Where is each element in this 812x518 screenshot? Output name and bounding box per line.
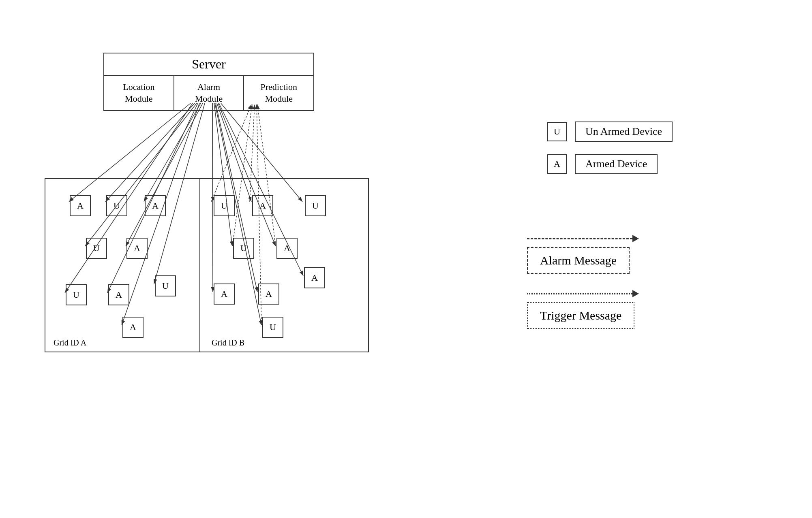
device-Ub1: U xyxy=(214,195,235,216)
legend-u-device: U xyxy=(547,122,567,141)
device-U3: U xyxy=(66,284,87,305)
trigger-line xyxy=(527,293,632,294)
device-Ab3: A xyxy=(214,284,235,305)
device-Ub4: U xyxy=(262,317,283,338)
grid-outer: Grid ID A Grid ID B A U A U A U A U A U … xyxy=(45,178,369,352)
device-Ab2: A xyxy=(276,238,298,259)
alarm-message-item: Alarm Message xyxy=(527,235,639,274)
device-Ab5: A xyxy=(304,267,325,288)
legend-a-device: A xyxy=(547,154,567,174)
device-U1: U xyxy=(106,195,127,216)
trigger-arrowhead xyxy=(632,290,639,297)
grid-divider xyxy=(199,179,200,352)
legend-area: U Un Armed Device A Armed Device xyxy=(547,122,673,186)
server-title: Server xyxy=(104,53,313,76)
alarm-message-box: Alarm Message xyxy=(527,247,630,274)
device-Ub3: U xyxy=(233,238,254,259)
device-Ab4: A xyxy=(258,284,279,305)
server-modules: LocationModule AlarmModule PredictionMod… xyxy=(104,76,313,110)
device-A4: A xyxy=(108,284,129,305)
module-alarm: AlarmModule xyxy=(174,76,244,110)
module-location: LocationModule xyxy=(104,76,174,110)
legend-unarmed: U Un Armed Device xyxy=(547,122,673,142)
trigger-message-box: Trigger Message xyxy=(527,302,634,329)
alarm-arrowhead xyxy=(632,235,639,242)
device-Ab1: A xyxy=(252,195,273,216)
trigger-arrow-line xyxy=(527,290,639,297)
grid-id-b-label: Grid ID B xyxy=(212,338,244,347)
alarm-line xyxy=(527,238,632,239)
legend-a-label: Armed Device xyxy=(575,154,658,174)
trigger-message-item: Trigger Message xyxy=(527,290,639,329)
device-A2: A xyxy=(145,195,166,216)
device-A3: A xyxy=(126,238,148,259)
legend-u-label: Un Armed Device xyxy=(575,122,673,142)
device-Ub2: U xyxy=(305,195,326,216)
message-legend: Alarm Message Trigger Message xyxy=(527,235,639,345)
module-prediction: PredictionModule xyxy=(244,76,313,110)
alarm-arrow-line xyxy=(527,235,639,242)
grid-id-a-label: Grid ID A xyxy=(54,338,86,347)
legend-armed: A Armed Device xyxy=(547,154,673,174)
diagram-area: Server LocationModule AlarmModule Predic… xyxy=(32,41,385,356)
device-A1: A xyxy=(70,195,91,216)
device-U4: U xyxy=(155,275,176,296)
device-A5: A xyxy=(122,317,144,338)
device-U2: U xyxy=(86,238,107,259)
server-box: Server LocationModule AlarmModule Predic… xyxy=(103,53,314,111)
